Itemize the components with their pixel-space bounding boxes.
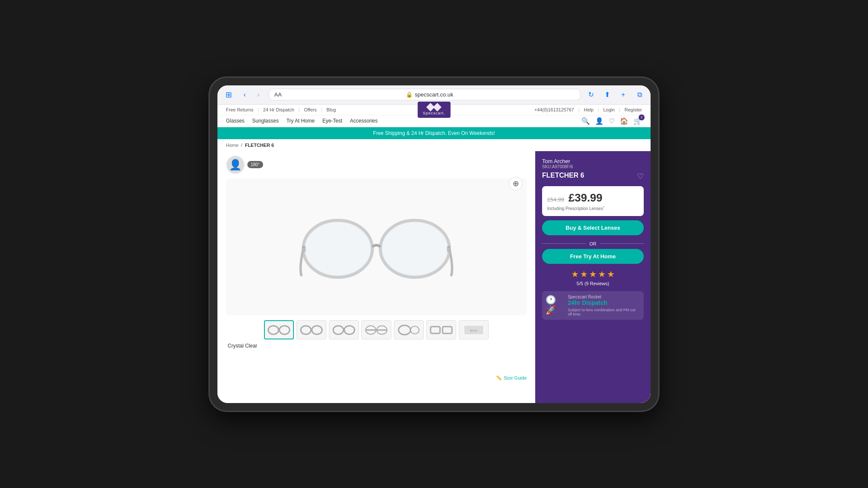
wishlist-icon-btn[interactable]: ♡ xyxy=(609,117,615,125)
nav-eye-test[interactable]: Eye-Test xyxy=(323,118,343,124)
star-5: ★ xyxy=(607,269,615,279)
logo[interactable]: Specscart. xyxy=(418,105,451,118)
price-note: Including Prescription Lenses* xyxy=(547,205,639,211)
nav-glasses[interactable]: Glasses xyxy=(226,118,244,124)
logo-text: Specscart. xyxy=(423,111,446,115)
model-preview: 👤 180° xyxy=(226,155,527,174)
diamond2 xyxy=(433,105,442,111)
thumbnail-7[interactable]: BOX xyxy=(459,320,489,339)
thumbnails: BOX xyxy=(226,320,527,339)
or-line-right xyxy=(600,243,644,244)
svg-point-10 xyxy=(333,326,343,334)
breadcrumb-home[interactable]: Home xyxy=(226,143,238,148)
zoom-button[interactable]: ⊕ xyxy=(509,177,522,190)
browser-forward-btn[interactable]: › xyxy=(252,89,264,101)
free-try-at-home-button[interactable]: Free Try At Home xyxy=(542,249,644,264)
thumbnail-5[interactable] xyxy=(394,320,424,339)
size-guide-btn[interactable]: 📏 Size Guide xyxy=(496,375,527,381)
product-name: FLETCHER 6 xyxy=(542,172,584,179)
tablet-frame: ⊞ ‹ › AA 🔒 specscart.co.uk ↻ ⬆ + ⧉ xyxy=(210,78,658,411)
offers-link[interactable]: Offers xyxy=(304,107,317,112)
browser-reload-btn[interactable]: ↻ xyxy=(585,89,597,101)
svg-point-7 xyxy=(279,326,290,334)
old-price: £54.99 xyxy=(547,196,564,203)
nav-sunglasses[interactable]: Sunglasses xyxy=(252,118,279,124)
url-text: specscart.co.uk xyxy=(415,91,453,98)
sep4: | xyxy=(578,107,580,112)
product-header: Tom Archer SKU:A97008F/6 xyxy=(542,158,644,169)
gift-icon-btn[interactable]: 🏠 xyxy=(620,117,628,125)
dispatch-link[interactable]: 24 Hr Dispatch xyxy=(263,107,294,112)
browser-nav-buttons: ‹ › xyxy=(239,89,264,101)
account-icon-btn[interactable]: 👤 xyxy=(595,117,604,125)
browser-newtab-btn[interactable]: + xyxy=(617,89,629,101)
breadcrumb-sep: / xyxy=(241,143,242,148)
thumbnail-4[interactable] xyxy=(361,320,391,339)
thumbnail-1[interactable] xyxy=(264,320,294,339)
model-avatar[interactable]: 👤 xyxy=(226,155,245,174)
main-product-image xyxy=(226,178,527,315)
product-brand: Tom Archer xyxy=(542,158,573,164)
wishlist-button[interactable]: ♡ xyxy=(637,172,644,181)
svg-rect-17 xyxy=(431,327,440,333)
help-link[interactable]: Help xyxy=(584,107,594,112)
buy-select-lenses-button[interactable]: Buy & Select Lenses xyxy=(542,220,644,235)
browser-address-bar[interactable]: AA 🔒 specscart.co.uk xyxy=(269,89,581,100)
browser-back-btn[interactable]: ‹ xyxy=(239,89,251,101)
free-returns-link[interactable]: Free Returns xyxy=(226,107,253,112)
asterisk: * xyxy=(603,205,604,209)
rotation-badge[interactable]: 180° xyxy=(247,161,263,168)
thumbnail-3[interactable] xyxy=(329,320,359,339)
login-link[interactable]: Login xyxy=(603,107,615,112)
blog-link[interactable]: Blog xyxy=(326,107,336,112)
reviews-text[interactable]: 5/5 (9 Reviews) xyxy=(542,281,644,286)
sidebar-toggle-btn[interactable]: ⊞ xyxy=(223,89,235,101)
nav-try-at-home[interactable]: Try At Home xyxy=(286,118,314,124)
address-text: AA xyxy=(274,91,282,98)
svg-text:BOX: BOX xyxy=(470,329,478,333)
size-guide-text: Size Guide xyxy=(504,375,527,380)
browser-tabs-btn[interactable]: ⧉ xyxy=(633,89,645,101)
nav-accessories[interactable]: Accessories xyxy=(350,118,378,124)
or-label: OR xyxy=(589,241,597,246)
ruler-icon: 📏 xyxy=(496,375,502,381)
sep1: | xyxy=(258,107,259,112)
color-label: Crystal Clear xyxy=(226,343,527,349)
promo-banner: Free Shipping & 24 Hr Dispatch. Even On … xyxy=(217,127,651,139)
star-3: ★ xyxy=(589,269,597,279)
rocket-dispatch-section: 🕐🚀 Specscart Rocket 24hr Dispatch Subjec… xyxy=(542,291,644,320)
rocket-dispatch-time: 24hr Dispatch xyxy=(568,299,640,306)
thumbnail-2[interactable] xyxy=(296,320,326,339)
thumbnail-6[interactable] xyxy=(426,320,456,339)
avatar-person-icon: 👤 xyxy=(229,159,242,171)
product-glasses-svg xyxy=(295,204,457,289)
svg-point-15 xyxy=(399,325,411,335)
search-icon-btn[interactable]: 🔍 xyxy=(581,117,590,125)
svg-point-11 xyxy=(344,326,355,334)
rocket-dispatch-note: Subject to lens combination and PM cut o… xyxy=(568,308,640,316)
rocket-clock-icon: 🕐🚀 xyxy=(545,295,564,315)
price-note-text: Including Prescription Lenses xyxy=(547,206,603,211)
browser-share-btn[interactable]: ⬆ xyxy=(601,89,613,101)
tablet-screen: ⊞ ‹ › AA 🔒 specscart.co.uk ↻ ⬆ + ⧉ xyxy=(217,85,651,403)
utility-left: Free Returns | 24 Hr Dispatch | Offers |… xyxy=(226,107,336,112)
lock-icon: 🔒 xyxy=(406,91,413,98)
website: Free Returns | 24 Hr Dispatch | Offers |… xyxy=(217,105,651,403)
product-sku: SKU:A97008F/6 xyxy=(542,164,573,169)
product-info-panel: Tom Archer SKU:A97008F/6 FLETCHER 6 ♡ £5… xyxy=(535,151,651,403)
browser-actions: ↻ ⬆ + ⧉ xyxy=(585,89,645,101)
cart-icon-btn[interactable]: 🛒 2 xyxy=(633,117,642,125)
rocket-title: Specscart Rocket xyxy=(568,295,640,299)
main-content: 👤 180° ⊕ xyxy=(217,151,651,403)
nav-links: Glasses Sunglasses Try At Home Eye-Test … xyxy=(226,118,378,124)
brand-sku-block: Tom Archer SKU:A97008F/6 xyxy=(542,158,573,169)
svg-point-8 xyxy=(301,326,311,334)
svg-point-4 xyxy=(304,221,372,276)
star-4: ★ xyxy=(598,269,606,279)
register-link[interactable]: Register xyxy=(625,107,642,112)
or-divider: OR xyxy=(542,241,644,246)
svg-point-5 xyxy=(381,221,449,276)
svg-point-6 xyxy=(268,326,279,334)
promo-text: Free Shipping & 24 Hr Dispatch. Even On … xyxy=(373,130,495,136)
product-gallery: 👤 180° ⊕ xyxy=(217,151,535,403)
